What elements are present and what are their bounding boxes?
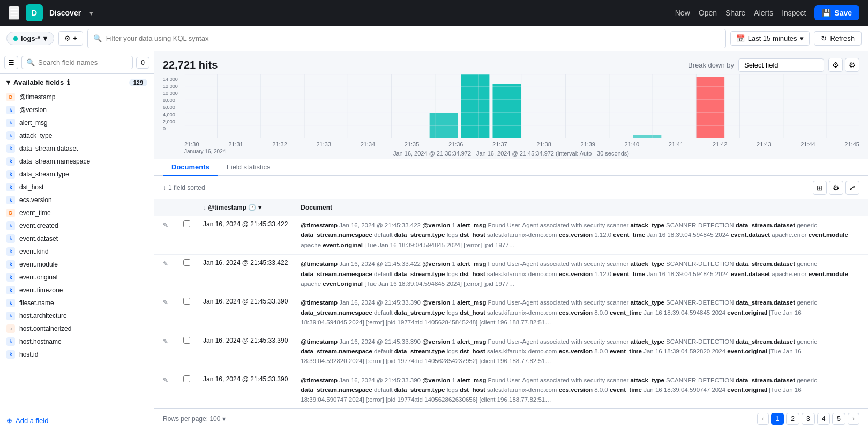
edit-row-button[interactable]: ✎ — [161, 259, 170, 269]
prev-page-button[interactable]: ‹ — [757, 413, 769, 425]
sidebar-field-item[interactable]: kevent.created — [0, 219, 154, 232]
page-2-button[interactable]: 2 — [786, 413, 799, 425]
row-expand-right — [855, 371, 868, 408]
edit-row-button[interactable]: ✎ — [161, 298, 170, 307]
time-label-2132: 21:32 — [272, 141, 287, 147]
time-picker[interactable]: 📅 Last 15 minutes ▾ — [730, 31, 810, 46]
field-type-icon: ○ — [6, 324, 15, 333]
sidebar-field-item[interactable]: kdata_stream.dataset — [0, 142, 154, 155]
svg-text:6,000: 6,000 — [163, 104, 175, 110]
field-type-icon: k — [6, 157, 15, 166]
time-label-2145: 21:45 — [844, 141, 859, 147]
app-chevron-icon[interactable]: ▾ — [89, 9, 93, 17]
row-document: @timestamp Jan 16, 2024 @ 21:45:33.422 @… — [294, 255, 855, 293]
share-button[interactable]: Share — [725, 9, 745, 17]
row-checkbox[interactable] — [183, 259, 190, 266]
filter-plus-icon: + — [73, 34, 77, 42]
sidebar-field-item[interactable]: k@version — [0, 103, 154, 116]
refresh-icon: ↻ — [821, 34, 827, 42]
sidebar-field-item[interactable]: kdst_host — [0, 181, 154, 194]
sidebar: ☰ 🔍 0 ▾ Available fields ℹ 129 D@timesta… — [0, 51, 154, 429]
edit-row-button[interactable]: ✎ — [161, 220, 170, 230]
page-buttons: ‹ 1 2 3 4 5 › — [757, 413, 859, 425]
inspect-button[interactable]: Inspect — [782, 9, 806, 17]
page-4-button[interactable]: 4 — [817, 413, 830, 425]
sidebar-field-item[interactable]: kevent.module — [0, 258, 154, 271]
field-name-label: attack_type — [19, 132, 52, 139]
sidebar-field-item[interactable]: ○host.containerized — [0, 322, 154, 335]
sidebar-field-item[interactable]: kdata_stream.type — [0, 168, 154, 181]
chevron-icon: ▾ — [6, 78, 10, 86]
open-button[interactable]: Open — [699, 9, 717, 17]
alerts-button[interactable]: Alerts — [754, 9, 773, 17]
field-type-icon: k — [6, 337, 15, 346]
row-document: @timestamp Jan 16, 2024 @ 21:45:33.390 @… — [294, 293, 855, 332]
sidebar-field-item[interactable]: kevent.original — [0, 271, 154, 284]
sidebar-field-item[interactable]: kevent.kind — [0, 245, 154, 258]
time-picker-label: Last 15 minutes — [748, 34, 797, 42]
sidebar-field-item[interactable]: kevent.dataset — [0, 232, 154, 245]
sidebar-field-item[interactable]: D@timestamp — [0, 91, 154, 103]
field-type-icon: k — [6, 196, 15, 204]
tab-documents[interactable]: Documents — [163, 159, 218, 176]
add-field-button[interactable]: ⊕ Add a field — [0, 412, 154, 429]
table-row: ✎Jan 16, 2024 @ 21:45:33.390@timestamp J… — [154, 293, 868, 332]
row-checkbox[interactable] — [183, 375, 190, 382]
edit-row-button[interactable]: ✎ — [161, 337, 170, 346]
next-page-button[interactable]: › — [848, 413, 859, 425]
search-input[interactable] — [106, 34, 720, 42]
sidebar-toggle-button[interactable]: ☰ — [4, 56, 18, 69]
columns-icon-button[interactable]: ⊞ — [813, 181, 827, 195]
time-label-2134: 21:34 — [361, 141, 376, 147]
rows-per-page-select[interactable]: Rows per page: 100 ▾ — [163, 415, 226, 423]
index-pattern-selector[interactable]: logs-* ▾ — [6, 32, 54, 45]
field-name-label: host.containerized — [19, 325, 71, 332]
sidebar-field-item[interactable]: khost.architecture — [0, 309, 154, 322]
sidebar-field-item[interactable]: khost.id — [0, 348, 154, 361]
row-checkbox[interactable] — [183, 220, 190, 227]
filter-button[interactable]: ⚙ + — [58, 31, 83, 46]
time-label-2141: 21:41 — [669, 141, 684, 147]
sidebar-field-item[interactable]: kdata_stream.namespace — [0, 155, 154, 168]
new-button[interactable]: New — [675, 9, 690, 17]
sidebar-field-item[interactable]: Devent_time — [0, 206, 154, 219]
save-button[interactable]: 💾 Save — [814, 5, 859, 20]
sidebar-field-item[interactable]: kattack_type — [0, 129, 154, 142]
page-3-button[interactable]: 3 — [802, 413, 815, 425]
field-type-icon: D — [6, 209, 15, 217]
expand-column-header — [154, 199, 177, 216]
field-search-input[interactable] — [38, 58, 128, 66]
time-label-2130: 21:30 — [184, 141, 199, 147]
filter-count-badge[interactable]: 0 — [136, 57, 149, 69]
fullscreen-button[interactable]: ⤢ — [845, 181, 859, 195]
sidebar-field-item[interactable]: kalert_msg — [0, 116, 154, 129]
field-type-icon: k — [6, 286, 15, 294]
settings-table-button[interactable]: ⚙ — [829, 181, 843, 195]
table-view-icons: ⊞ ⚙ ⤢ — [813, 181, 859, 195]
toolbar: logs-* ▾ ⚙ + 🔍 📅 Last 15 minutes ▾ ↻ Ref… — [0, 26, 868, 51]
sidebar-field-item[interactable]: kevent.timezone — [0, 284, 154, 297]
edit-row-button[interactable]: ✎ — [161, 375, 170, 385]
row-checkbox[interactable] — [183, 298, 190, 305]
sidebar-field-item[interactable]: kfileset.name — [0, 297, 154, 309]
gear-icon-button[interactable]: ⚙ — [845, 58, 859, 72]
refresh-button[interactable]: ↻ Refresh — [814, 31, 862, 46]
results-table: ↓ @timestamp 🕐 ▾ Document ✎Jan 16, 2024 … — [154, 199, 868, 408]
field-type-icon: k — [6, 144, 15, 153]
available-fields-header[interactable]: ▾ Available fields ℹ 129 — [0, 74, 154, 91]
tab-field-statistics[interactable]: Field statistics — [218, 159, 279, 176]
timestamp-column-header[interactable]: ↓ @timestamp 🕐 ▾ — [197, 199, 294, 216]
field-list: D@timestampk@versionkalert_msgkattack_ty… — [0, 91, 154, 412]
sidebar-field-item[interactable]: kecs.version — [0, 194, 154, 206]
page-5-button[interactable]: 5 — [832, 413, 845, 425]
sidebar-field-item[interactable]: khost.hostname — [0, 335, 154, 348]
row-checkbox[interactable] — [183, 337, 190, 344]
svg-text:12,000: 12,000 — [163, 83, 178, 89]
page-1-button[interactable]: 1 — [771, 413, 784, 425]
menu-icon[interactable]: ☰ — [9, 6, 19, 20]
row-expand-right — [855, 332, 868, 371]
rows-chevron-icon: ▾ — [222, 415, 226, 423]
row-expand-cell: ✎ — [154, 255, 177, 293]
settings-icon-button[interactable]: ⚙ — [828, 58, 843, 72]
breakdown-select[interactable]: Select field — [738, 58, 824, 72]
